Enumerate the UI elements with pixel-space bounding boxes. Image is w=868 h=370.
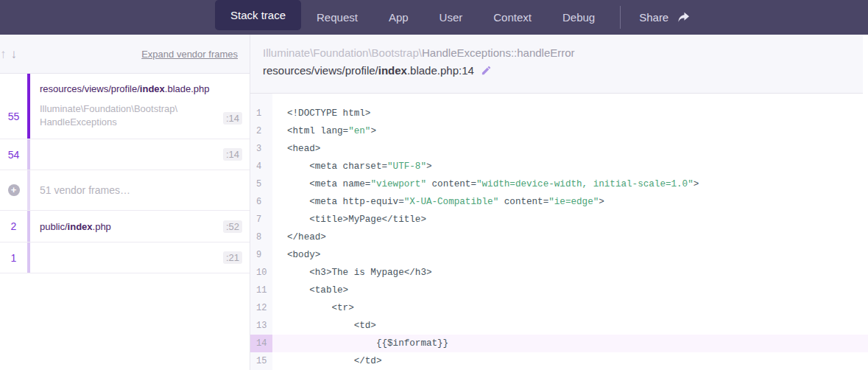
frames-list: 55resources/views/profile/index.blade.ph… [0, 74, 250, 273]
code-line-2: 2<html lang="en"> [250, 122, 868, 140]
line-number-badge: :14 [223, 112, 242, 125]
line-number: 4 [250, 158, 272, 175]
tab-request[interactable]: Request [301, 0, 373, 35]
line-number-badge: :52 [223, 220, 242, 233]
frame-number: 54 [0, 139, 27, 170]
code-line-15: 15 </td> [250, 352, 868, 370]
frame-class-method: HandleExceptions::handleError [422, 46, 575, 59]
frame-file-path: resources/views/profile/index.blade.php [40, 83, 223, 94]
line-number: 15 [250, 352, 272, 370]
share-label: Share [639, 11, 668, 24]
frame-file-path: resources/views/profile/index.blade.php:… [263, 64, 863, 77]
line-number-badge: :14 [223, 148, 242, 161]
code-line-13: 13 <td> [250, 317, 868, 335]
line-number: 2 [250, 122, 272, 140]
frame-file-path: public/index.php [40, 221, 223, 232]
tab-app[interactable]: App [373, 0, 424, 35]
file-path-suffix: .blade.php:14 [407, 64, 474, 77]
stack-frame-55[interactable]: 55resources/views/profile/index.blade.ph… [0, 74, 250, 139]
frame-class-name: Illuminate\Foundation\Bootstrap\HandleEx… [263, 46, 863, 59]
code-text: <table> [272, 282, 348, 299]
code-line-1: 1<!DOCTYPE html> [250, 105, 868, 122]
file-path-prefix: resources/views/profile/ [263, 64, 378, 77]
code-text: <h3>The is Mypage</h3> [272, 264, 432, 282]
code-line-9: 9<body> [250, 246, 868, 264]
code-line-3: 3<head> [250, 140, 868, 158]
navbar-tabs: Stack traceRequestAppUserContextDebug [215, 0, 610, 35]
stack-frame-1[interactable]: 1:21 [0, 242, 250, 273]
ignition-error-page: Stack traceRequestAppUserContextDebug Sh… [0, 0, 868, 370]
edit-pencil-icon[interactable] [481, 65, 492, 76]
tab-context[interactable]: Context [478, 0, 547, 35]
code-line-6: 6 <meta http-equiv="X-UA-Compatible" con… [250, 193, 868, 211]
code-line-10: 10 <h3>The is Mypage</h3> [250, 264, 868, 282]
frame-class: Illuminate\Foundation\Bootstrap\HandleEx… [40, 102, 223, 130]
code-text: <meta http-equiv="X-UA-Compatible" conte… [272, 193, 604, 211]
navbar: Stack traceRequestAppUserContextDebug Sh… [0, 0, 868, 35]
vendor-frames-group[interactable]: +51 vendor frames… [0, 170, 250, 211]
line-number: 6 [250, 193, 272, 211]
code-line-4: 4 <meta charset="UTF-8"> [250, 158, 868, 175]
code-line-8: 8</head> [250, 228, 868, 246]
code-text: <head> [272, 140, 320, 158]
code-text: <td> [272, 317, 376, 335]
line-number: 10 [250, 264, 272, 282]
up-arrow-icon[interactable]: ↑ [0, 46, 9, 62]
line-number: 3 [250, 140, 272, 158]
expand-vendor-plus-icon[interactable]: + [8, 184, 20, 196]
code-line-5: 5 <meta name="viewport" content="width=d… [250, 175, 868, 193]
code-text: <body> [272, 246, 320, 264]
file-path-bold: index [378, 64, 407, 77]
tab-stack-trace[interactable]: Stack trace [215, 0, 301, 30]
line-number: 13 [250, 317, 272, 335]
code-line-11: 11 <table> [250, 282, 868, 299]
frame-class-prefix: Illuminate\Foundation\Bootstrap\ [263, 46, 422, 59]
sidebar-header: ↑ ↓ Expand vendor frames [0, 35, 250, 74]
code-text: </head> [272, 228, 326, 246]
line-number: 8 [250, 228, 272, 246]
frame-number: 2 [0, 211, 27, 242]
code-text: <tr> [272, 299, 354, 317]
code-text: <html lang="en"> [272, 122, 376, 140]
vendor-frames-label: 51 vendor frames… [40, 184, 250, 196]
main-panel: Illuminate\Foundation\Bootstrap\HandleEx… [250, 35, 868, 370]
code-text: <title>MyPage</title> [272, 211, 426, 228]
frame-number: 55 [0, 74, 27, 139]
down-arrow-icon[interactable]: ↓ [9, 46, 20, 62]
share-arrow-icon [677, 12, 690, 24]
code-text: </td> [272, 352, 381, 370]
stack-frame-2[interactable]: 2public/index.php:52 [0, 211, 250, 242]
line-number: 12 [250, 299, 272, 317]
expand-vendor-frames-link[interactable]: Expand vendor frames [141, 49, 238, 60]
code-text: {{$informat}} [272, 335, 448, 352]
code-line-12: 12 <tr> [250, 299, 868, 317]
line-number: 1 [250, 105, 272, 122]
frame-number: 1 [0, 242, 27, 273]
line-number: 5 [250, 175, 272, 193]
tab-user[interactable]: User [424, 0, 479, 35]
share-button[interactable]: Share [630, 0, 699, 35]
line-number: 14 [250, 335, 272, 352]
stack-frames-sidebar: ↑ ↓ Expand vendor frames 55resources/vie… [0, 35, 250, 370]
frame-header: Illuminate\Foundation\Bootstrap\HandleEx… [250, 35, 863, 94]
code-text: <meta name="viewport" content="width=dev… [272, 175, 699, 193]
line-number-badge: :21 [223, 251, 242, 264]
code-text: <!DOCTYPE html> [272, 105, 370, 122]
tab-debug[interactable]: Debug [547, 0, 610, 35]
line-number: 9 [250, 246, 272, 264]
stack-frame-54[interactable]: 54:14 [0, 139, 250, 170]
line-number: 7 [250, 211, 272, 228]
code-text: <meta charset="UTF-8"> [272, 158, 432, 175]
code-line-14: 14 {{$informat}} [250, 335, 868, 352]
navbar-divider [620, 6, 621, 29]
code-line-7: 7 <title>MyPage</title> [250, 211, 868, 228]
code-viewer: 1<!DOCTYPE html>2<html lang="en">3<head>… [250, 94, 868, 370]
frame-nav-arrows: ↑ ↓ [0, 46, 19, 62]
line-number: 11 [250, 282, 272, 299]
